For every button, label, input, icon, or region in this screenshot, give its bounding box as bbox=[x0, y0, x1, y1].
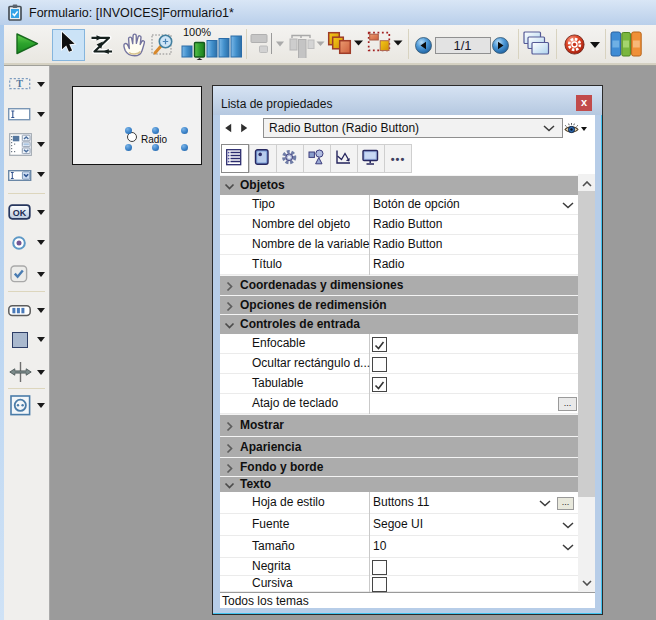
svg-text:OK: OK bbox=[13, 208, 27, 218]
svg-text:T: T bbox=[16, 78, 23, 89]
